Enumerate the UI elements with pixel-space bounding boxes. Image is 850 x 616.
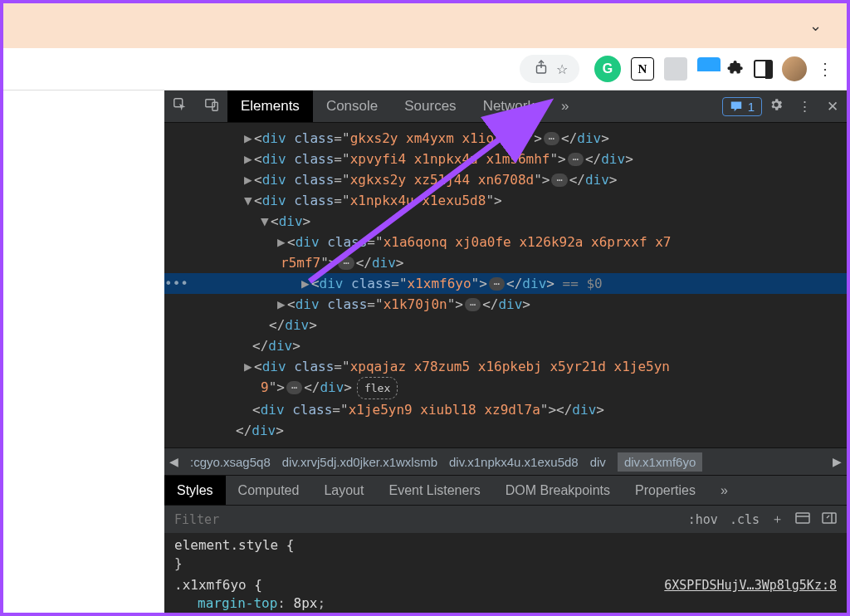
dom-node[interactable]: ▶<div class="x1k70j0n">⋯</div>	[164, 294, 847, 315]
hov-toggle[interactable]: :hov	[688, 512, 718, 527]
dom-node[interactable]: </div>	[164, 315, 847, 335]
inspect-element-icon[interactable]	[164, 97, 196, 115]
share-icon[interactable]	[535, 60, 548, 78]
grammarly-extension-icon[interactable]: G	[594, 56, 621, 82]
chevron-down-icon[interactable]: ⌄	[809, 17, 822, 35]
tab-console[interactable]: Console	[313, 90, 391, 122]
dom-node[interactable]: ▼<div class="x1npkx4u x1exu5d8">	[164, 190, 847, 211]
styles-tabs-overflow-icon[interactable]: »	[708, 476, 740, 505]
styles-filter-input[interactable]	[174, 512, 677, 527]
styles-tab-bar: Styles Computed Layout Event Listeners D…	[164, 475, 847, 505]
tab-dom-breakpoints[interactable]: DOM Breakpoints	[493, 476, 623, 505]
extension-icon-blue[interactable]	[697, 57, 721, 81]
profile-avatar[interactable]	[782, 56, 807, 81]
dom-node[interactable]: ▶<div class="xpvyfi4 x1npkx4u x1ms6mhf">…	[164, 149, 847, 169]
dom-node[interactable]: ▶<div class="xpqajaz x78zum5 x16pkebj x5…	[164, 356, 847, 399]
svg-rect-4	[796, 513, 809, 523]
breadcrumb-item-selected[interactable]: div.x1xmf6yo	[618, 452, 702, 472]
breadcrumb-item[interactable]: div.xrvj5dj.xd0jker.x1wxlsmb	[282, 455, 437, 469]
notion-extension-icon[interactable]: N	[631, 57, 654, 81]
issues-count: 1	[748, 100, 755, 114]
css-property-name[interactable]: margin-top	[198, 595, 277, 611]
styles-rules[interactable]: element.style { } 6XSPFDSHujV…3Wp8lg5Kz:…	[164, 533, 847, 613]
dom-tree[interactable]: ▶<div class="gkxs2y xm4yxm x1iorvi4">⋯</…	[164, 123, 847, 447]
tab-elements[interactable]: Elements	[227, 90, 313, 122]
notification-bar: ⌄	[3, 3, 847, 48]
device-toolbar-icon[interactable]	[196, 97, 227, 115]
breadcrumb-item[interactable]: div	[590, 455, 606, 469]
side-panel-icon[interactable]	[754, 60, 772, 78]
scroll-left-icon[interactable]: ◀	[169, 455, 178, 468]
dom-node[interactable]: •••▶<div class="x1xmf6yo">⋯</div> == $0	[164, 273, 847, 294]
rule-close: }	[174, 555, 837, 573]
tabs-overflow-icon[interactable]: »	[548, 90, 582, 122]
tab-event-listeners[interactable]: Event Listeners	[376, 476, 492, 505]
breadcrumb-item[interactable]: :cgyo.xsag5q8	[190, 455, 271, 469]
tab-properties[interactable]: Properties	[623, 476, 708, 505]
settings-gear-icon[interactable]	[762, 97, 790, 116]
extension-icon[interactable]	[664, 57, 687, 81]
dom-node[interactable]: </div>	[164, 335, 847, 356]
tab-network[interactable]: Network	[470, 90, 548, 122]
tab-sources[interactable]: Sources	[391, 90, 469, 122]
devtools-panel: Elements Console Sources Network » 1 ⋮ ✕…	[164, 90, 847, 613]
rendering-icon[interactable]	[822, 512, 837, 527]
dom-node[interactable]: ▶<div class="gkxs2y xm4yxm x1iorvi4">⋯</…	[164, 128, 847, 149]
dom-node[interactable]: ▶<div class="x1a6qonq xj0a0fe x126k92a x…	[164, 232, 847, 273]
tab-layout[interactable]: Layout	[311, 476, 376, 505]
browser-toolbar: ☆ G N ⋮	[3, 48, 847, 90]
devtools-tab-bar: Elements Console Sources Network » 1 ⋮ ✕	[164, 90, 847, 123]
bookmark-star-icon[interactable]: ☆	[556, 61, 568, 77]
cls-toggle[interactable]: .cls	[730, 512, 760, 527]
issues-badge[interactable]: 1	[722, 97, 762, 116]
browser-menu-icon[interactable]: ⋮	[810, 59, 840, 79]
dom-breadcrumb[interactable]: ◀ :cgyo.xsag5q8 div.xrvj5dj.xd0jker.x1wx…	[164, 447, 847, 475]
source-link[interactable]: 6XSPFDSHujV…3Wp8lg5Kz:8	[664, 576, 837, 594]
element-style-selector: element.style {	[174, 537, 295, 553]
svg-rect-5	[823, 513, 836, 523]
svg-rect-2	[206, 100, 215, 107]
new-style-rule-icon[interactable]: ＋	[771, 511, 784, 527]
page-content-area	[3, 90, 164, 613]
breadcrumb-item[interactable]: div.x1npkx4u.x1exu5d8	[449, 455, 579, 469]
computed-styles-sidebar-icon[interactable]	[795, 512, 810, 527]
extensions-puzzle-icon[interactable]	[727, 59, 744, 80]
devtools-menu-icon[interactable]: ⋮	[790, 98, 818, 115]
tab-computed[interactable]: Computed	[226, 476, 312, 505]
dom-node[interactable]: <div class="x1je5yn9 xiubl18 xz9dl7a"></…	[164, 399, 847, 420]
close-devtools-icon[interactable]: ✕	[818, 98, 847, 115]
dom-node[interactable]: </div>	[164, 420, 847, 441]
dom-node[interactable]: ▶<div class="xgkxs2y xz51j44 xn6708d">⋯<…	[164, 169, 847, 190]
rule-selector: .x1xmf6yo {	[174, 577, 262, 593]
issues-icon	[730, 100, 743, 112]
css-property-value[interactable]: 8px	[294, 595, 318, 611]
styles-filter-row: :hov .cls ＋	[164, 505, 847, 533]
dom-node[interactable]: ▼<div>	[164, 211, 847, 232]
tab-styles[interactable]: Styles	[164, 476, 226, 505]
scroll-right-icon[interactable]: ▶	[833, 455, 842, 468]
omnibox-actions: ☆	[520, 55, 579, 83]
